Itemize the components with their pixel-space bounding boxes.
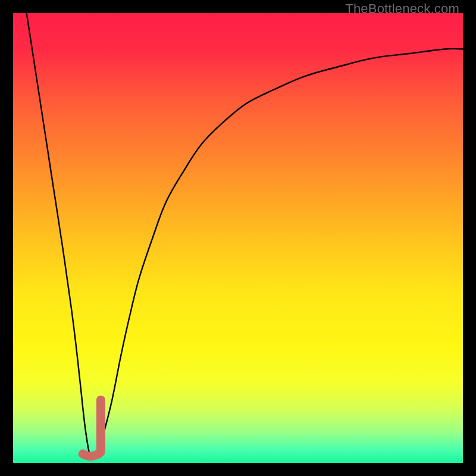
plot-area bbox=[13, 13, 463, 463]
curve-layer bbox=[13, 13, 463, 463]
bottleneck-curve bbox=[27, 13, 463, 459]
chart-frame: TheBottleneck.com bbox=[0, 0, 476, 476]
